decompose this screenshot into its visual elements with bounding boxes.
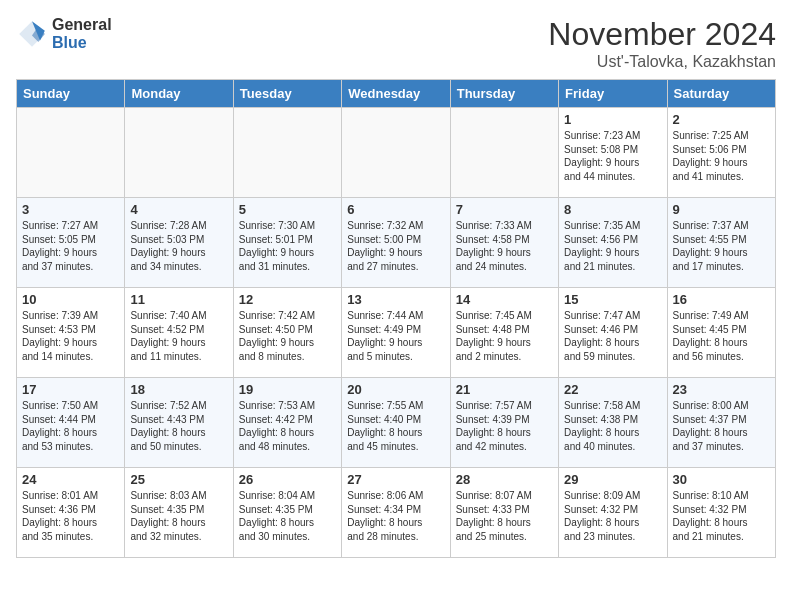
calendar-cell: 6Sunrise: 7:32 AM Sunset: 5:00 PM Daylig… bbox=[342, 198, 450, 288]
calendar-cell: 17Sunrise: 7:50 AM Sunset: 4:44 PM Dayli… bbox=[17, 378, 125, 468]
day-info: Sunrise: 7:39 AM Sunset: 4:53 PM Dayligh… bbox=[22, 309, 119, 363]
calendar-week-row: 24Sunrise: 8:01 AM Sunset: 4:36 PM Dayli… bbox=[17, 468, 776, 558]
day-number: 17 bbox=[22, 382, 119, 397]
day-number: 3 bbox=[22, 202, 119, 217]
day-number: 18 bbox=[130, 382, 227, 397]
weekday-header-saturday: Saturday bbox=[667, 80, 775, 108]
day-info: Sunrise: 7:30 AM Sunset: 5:01 PM Dayligh… bbox=[239, 219, 336, 273]
title-block: November 2024 Ust'-Talovka, Kazakhstan bbox=[548, 16, 776, 71]
day-number: 28 bbox=[456, 472, 553, 487]
day-info: Sunrise: 7:23 AM Sunset: 5:08 PM Dayligh… bbox=[564, 129, 661, 183]
day-number: 20 bbox=[347, 382, 444, 397]
calendar-cell: 13Sunrise: 7:44 AM Sunset: 4:49 PM Dayli… bbox=[342, 288, 450, 378]
day-number: 22 bbox=[564, 382, 661, 397]
day-info: Sunrise: 7:52 AM Sunset: 4:43 PM Dayligh… bbox=[130, 399, 227, 453]
day-info: Sunrise: 7:55 AM Sunset: 4:40 PM Dayligh… bbox=[347, 399, 444, 453]
day-number: 26 bbox=[239, 472, 336, 487]
day-info: Sunrise: 7:32 AM Sunset: 5:00 PM Dayligh… bbox=[347, 219, 444, 273]
day-number: 24 bbox=[22, 472, 119, 487]
page-header: General Blue November 2024 Ust'-Talovka,… bbox=[16, 16, 776, 71]
day-number: 15 bbox=[564, 292, 661, 307]
calendar-cell: 26Sunrise: 8:04 AM Sunset: 4:35 PM Dayli… bbox=[233, 468, 341, 558]
calendar-week-row: 17Sunrise: 7:50 AM Sunset: 4:44 PM Dayli… bbox=[17, 378, 776, 468]
day-info: Sunrise: 7:50 AM Sunset: 4:44 PM Dayligh… bbox=[22, 399, 119, 453]
calendar-cell: 19Sunrise: 7:53 AM Sunset: 4:42 PM Dayli… bbox=[233, 378, 341, 468]
day-number: 13 bbox=[347, 292, 444, 307]
day-number: 9 bbox=[673, 202, 770, 217]
calendar-cell: 20Sunrise: 7:55 AM Sunset: 4:40 PM Dayli… bbox=[342, 378, 450, 468]
day-number: 2 bbox=[673, 112, 770, 127]
calendar-cell bbox=[233, 108, 341, 198]
day-number: 29 bbox=[564, 472, 661, 487]
day-info: Sunrise: 8:09 AM Sunset: 4:32 PM Dayligh… bbox=[564, 489, 661, 543]
day-info: Sunrise: 7:35 AM Sunset: 4:56 PM Dayligh… bbox=[564, 219, 661, 273]
calendar-cell: 22Sunrise: 7:58 AM Sunset: 4:38 PM Dayli… bbox=[559, 378, 667, 468]
day-number: 25 bbox=[130, 472, 227, 487]
day-info: Sunrise: 8:06 AM Sunset: 4:34 PM Dayligh… bbox=[347, 489, 444, 543]
calendar-cell bbox=[450, 108, 558, 198]
calendar-cell: 21Sunrise: 7:57 AM Sunset: 4:39 PM Dayli… bbox=[450, 378, 558, 468]
calendar-cell bbox=[125, 108, 233, 198]
calendar-cell: 25Sunrise: 8:03 AM Sunset: 4:35 PM Dayli… bbox=[125, 468, 233, 558]
calendar-cell: 15Sunrise: 7:47 AM Sunset: 4:46 PM Dayli… bbox=[559, 288, 667, 378]
calendar-cell: 30Sunrise: 8:10 AM Sunset: 4:32 PM Dayli… bbox=[667, 468, 775, 558]
day-info: Sunrise: 8:10 AM Sunset: 4:32 PM Dayligh… bbox=[673, 489, 770, 543]
day-info: Sunrise: 7:49 AM Sunset: 4:45 PM Dayligh… bbox=[673, 309, 770, 363]
calendar-cell: 24Sunrise: 8:01 AM Sunset: 4:36 PM Dayli… bbox=[17, 468, 125, 558]
calendar-cell: 5Sunrise: 7:30 AM Sunset: 5:01 PM Daylig… bbox=[233, 198, 341, 288]
day-info: Sunrise: 7:42 AM Sunset: 4:50 PM Dayligh… bbox=[239, 309, 336, 363]
calendar-cell: 2Sunrise: 7:25 AM Sunset: 5:06 PM Daylig… bbox=[667, 108, 775, 198]
day-info: Sunrise: 8:03 AM Sunset: 4:35 PM Dayligh… bbox=[130, 489, 227, 543]
calendar-cell: 12Sunrise: 7:42 AM Sunset: 4:50 PM Dayli… bbox=[233, 288, 341, 378]
day-number: 1 bbox=[564, 112, 661, 127]
calendar-cell: 18Sunrise: 7:52 AM Sunset: 4:43 PM Dayli… bbox=[125, 378, 233, 468]
calendar-cell: 27Sunrise: 8:06 AM Sunset: 4:34 PM Dayli… bbox=[342, 468, 450, 558]
day-number: 11 bbox=[130, 292, 227, 307]
calendar-cell bbox=[17, 108, 125, 198]
calendar-cell: 29Sunrise: 8:09 AM Sunset: 4:32 PM Dayli… bbox=[559, 468, 667, 558]
calendar-cell: 28Sunrise: 8:07 AM Sunset: 4:33 PM Dayli… bbox=[450, 468, 558, 558]
location: Ust'-Talovka, Kazakhstan bbox=[548, 53, 776, 71]
calendar-cell: 3Sunrise: 7:27 AM Sunset: 5:05 PM Daylig… bbox=[17, 198, 125, 288]
day-info: Sunrise: 7:25 AM Sunset: 5:06 PM Dayligh… bbox=[673, 129, 770, 183]
calendar-cell: 11Sunrise: 7:40 AM Sunset: 4:52 PM Dayli… bbox=[125, 288, 233, 378]
calendar-table: SundayMondayTuesdayWednesdayThursdayFrid… bbox=[16, 79, 776, 558]
calendar-cell: 1Sunrise: 7:23 AM Sunset: 5:08 PM Daylig… bbox=[559, 108, 667, 198]
calendar-cell: 16Sunrise: 7:49 AM Sunset: 4:45 PM Dayli… bbox=[667, 288, 775, 378]
day-number: 8 bbox=[564, 202, 661, 217]
weekday-header-row: SundayMondayTuesdayWednesdayThursdayFrid… bbox=[17, 80, 776, 108]
calendar-cell: 9Sunrise: 7:37 AM Sunset: 4:55 PM Daylig… bbox=[667, 198, 775, 288]
day-number: 12 bbox=[239, 292, 336, 307]
weekday-header-sunday: Sunday bbox=[17, 80, 125, 108]
weekday-header-monday: Monday bbox=[125, 80, 233, 108]
day-info: Sunrise: 7:27 AM Sunset: 5:05 PM Dayligh… bbox=[22, 219, 119, 273]
day-info: Sunrise: 8:04 AM Sunset: 4:35 PM Dayligh… bbox=[239, 489, 336, 543]
month-title: November 2024 bbox=[548, 16, 776, 53]
calendar-cell: 7Sunrise: 7:33 AM Sunset: 4:58 PM Daylig… bbox=[450, 198, 558, 288]
weekday-header-friday: Friday bbox=[559, 80, 667, 108]
day-info: Sunrise: 8:00 AM Sunset: 4:37 PM Dayligh… bbox=[673, 399, 770, 453]
day-info: Sunrise: 8:01 AM Sunset: 4:36 PM Dayligh… bbox=[22, 489, 119, 543]
day-number: 6 bbox=[347, 202, 444, 217]
day-number: 19 bbox=[239, 382, 336, 397]
calendar-week-row: 10Sunrise: 7:39 AM Sunset: 4:53 PM Dayli… bbox=[17, 288, 776, 378]
weekday-header-tuesday: Tuesday bbox=[233, 80, 341, 108]
logo-text: General Blue bbox=[52, 16, 112, 51]
calendar-week-row: 3Sunrise: 7:27 AM Sunset: 5:05 PM Daylig… bbox=[17, 198, 776, 288]
day-info: Sunrise: 7:40 AM Sunset: 4:52 PM Dayligh… bbox=[130, 309, 227, 363]
day-number: 10 bbox=[22, 292, 119, 307]
calendar-cell: 8Sunrise: 7:35 AM Sunset: 4:56 PM Daylig… bbox=[559, 198, 667, 288]
day-info: Sunrise: 7:47 AM Sunset: 4:46 PM Dayligh… bbox=[564, 309, 661, 363]
day-info: Sunrise: 7:58 AM Sunset: 4:38 PM Dayligh… bbox=[564, 399, 661, 453]
day-info: Sunrise: 7:44 AM Sunset: 4:49 PM Dayligh… bbox=[347, 309, 444, 363]
day-info: Sunrise: 8:07 AM Sunset: 4:33 PM Dayligh… bbox=[456, 489, 553, 543]
day-number: 21 bbox=[456, 382, 553, 397]
day-info: Sunrise: 7:28 AM Sunset: 5:03 PM Dayligh… bbox=[130, 219, 227, 273]
calendar-cell: 4Sunrise: 7:28 AM Sunset: 5:03 PM Daylig… bbox=[125, 198, 233, 288]
day-number: 30 bbox=[673, 472, 770, 487]
calendar-cell bbox=[342, 108, 450, 198]
day-number: 27 bbox=[347, 472, 444, 487]
logo: General Blue bbox=[16, 16, 112, 51]
calendar-week-row: 1Sunrise: 7:23 AM Sunset: 5:08 PM Daylig… bbox=[17, 108, 776, 198]
weekday-header-wednesday: Wednesday bbox=[342, 80, 450, 108]
